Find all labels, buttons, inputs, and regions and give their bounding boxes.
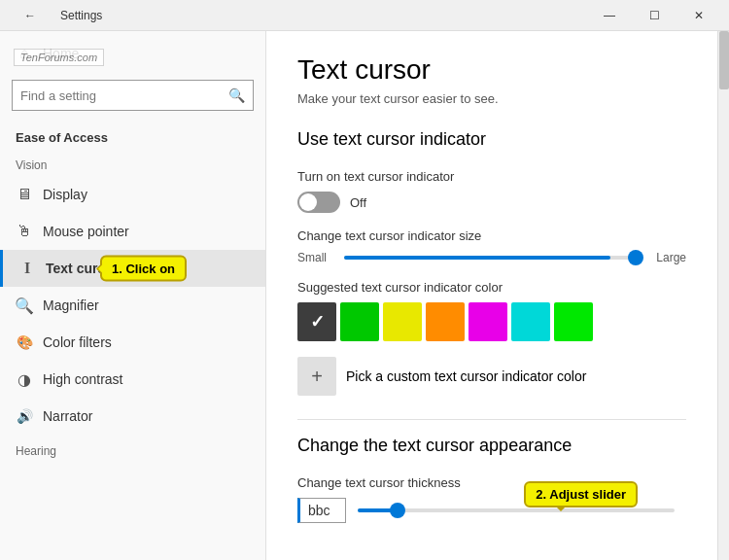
color-swatches: ✓	[297, 302, 686, 341]
sidebar-item-color-filters[interactable]: 🎨 Color filters	[0, 324, 265, 361]
sidebar-item-display[interactable]: 🖥 Display	[0, 176, 265, 213]
swatch-yellow[interactable]	[383, 302, 422, 341]
slider-min-label: Small	[297, 251, 332, 264]
magnifier-label: Magnifier	[43, 298, 99, 313]
narrator-icon: 🔊	[16, 407, 33, 425]
add-custom-color-button[interactable]: +	[297, 357, 336, 396]
titlebar-left: ← Settings	[8, 0, 102, 31]
minimize-button[interactable]: —	[587, 0, 632, 31]
size-slider-track[interactable]	[344, 256, 640, 260]
page-title: Text cursor	[297, 54, 686, 86]
titlebar: ← Settings — ☐ ✕	[0, 0, 729, 31]
cursor-indicator-toggle[interactable]	[297, 192, 340, 213]
content-area: Text cursor Make your text cursor easier…	[266, 31, 717, 560]
search-box[interactable]: 🔍	[12, 80, 254, 111]
toggle-knob	[299, 193, 317, 211]
appearance-section: Change the text cursor appearance Change…	[297, 436, 686, 523]
swatch-dark[interactable]: ✓	[297, 302, 336, 341]
high-contrast-label: High contrast	[43, 371, 122, 387]
sidebar-item-mouse-pointer[interactable]: 🖱 Mouse pointer	[0, 213, 265, 250]
abc-preview: bbc	[297, 498, 346, 523]
toggle-row: Off	[297, 192, 686, 213]
custom-color-label: Pick a custom text cursor indicator colo…	[346, 368, 586, 384]
sidebar-item-magnifier[interactable]: 🔍 Magnifier	[0, 287, 265, 324]
narrator-label: Narrator	[43, 408, 92, 424]
search-icon: 🔍	[228, 88, 245, 103]
swatch-check-icon: ✓	[310, 311, 325, 332]
indicator-section-title: Use text cursor indicator	[297, 129, 686, 154]
vision-category: Vision	[0, 149, 265, 176]
size-slider-label: Change text cursor indicator size	[297, 228, 686, 243]
back-button[interactable]: ←	[8, 0, 52, 31]
sidebar-item-text-cursor[interactable]: I Text cursor 1. Click on	[0, 250, 265, 287]
slider-max-label: Large	[651, 251, 686, 264]
ease-of-access-title: Ease of Access	[0, 122, 265, 149]
swatch-lime[interactable]	[554, 302, 593, 341]
search-input[interactable]	[20, 88, 228, 103]
thickness-slider-thumb[interactable]	[390, 503, 405, 518]
watermark: TenForums.com	[14, 49, 104, 66]
swatch-orange[interactable]	[426, 302, 465, 341]
color-filters-label: Color filters	[43, 334, 112, 350]
scrollbar-thumb[interactable]	[719, 31, 729, 89]
mouse-pointer-label: Mouse pointer	[43, 224, 129, 239]
size-slider-thumb[interactable]	[628, 250, 643, 265]
text-cursor-icon: I	[18, 260, 36, 277]
sidebar: TenForums.com ⌂ Home 🔍 Ease of Access Vi…	[0, 31, 266, 560]
custom-color-row[interactable]: + Pick a custom text cursor indicator co…	[297, 357, 686, 396]
maximize-button[interactable]: ☐	[632, 0, 677, 31]
swatch-green[interactable]	[340, 302, 379, 341]
mouse-pointer-icon: 🖱	[16, 223, 33, 240]
sidebar-item-high-contrast[interactable]: ◑ High contrast	[0, 361, 265, 398]
swatch-magenta[interactable]	[469, 302, 507, 341]
thickness-slider-track[interactable]	[358, 508, 675, 512]
toggle-state-text: Off	[350, 195, 366, 210]
titlebar-controls: — ☐ ✕	[587, 0, 721, 31]
divider	[297, 419, 686, 420]
display-icon: 🖥	[16, 186, 33, 203]
size-slider-fill	[344, 256, 610, 260]
thickness-row: bbc 2. Adjust slider	[297, 498, 686, 523]
color-filters-icon: 🎨	[16, 333, 33, 351]
app-body: TenForums.com ⌂ Home 🔍 Ease of Access Vi…	[0, 31, 729, 560]
toggle-label: Turn on text cursor indicator	[297, 169, 686, 184]
callout-1: 1. Click on	[100, 256, 187, 282]
size-slider-row: Small Large	[297, 251, 686, 264]
page-subtitle: Make your text cursor easier to see.	[297, 91, 686, 106]
swatch-cyan[interactable]	[511, 302, 550, 341]
sidebar-item-narrator[interactable]: 🔊 Narrator	[0, 398, 265, 435]
hearing-category: Hearing	[0, 435, 265, 462]
scrollbar-track[interactable]	[717, 31, 729, 560]
appearance-section-title: Change the text cursor appearance	[297, 436, 686, 460]
callout-2: 2. Adjust slider	[524, 481, 638, 508]
high-contrast-icon: ◑	[16, 370, 33, 388]
magnifier-icon: 🔍	[16, 297, 33, 314]
color-label: Suggested text cursor indicator color	[297, 280, 686, 295]
close-button[interactable]: ✕	[677, 0, 721, 31]
titlebar-title: Settings	[60, 9, 102, 22]
display-label: Display	[43, 187, 87, 202]
